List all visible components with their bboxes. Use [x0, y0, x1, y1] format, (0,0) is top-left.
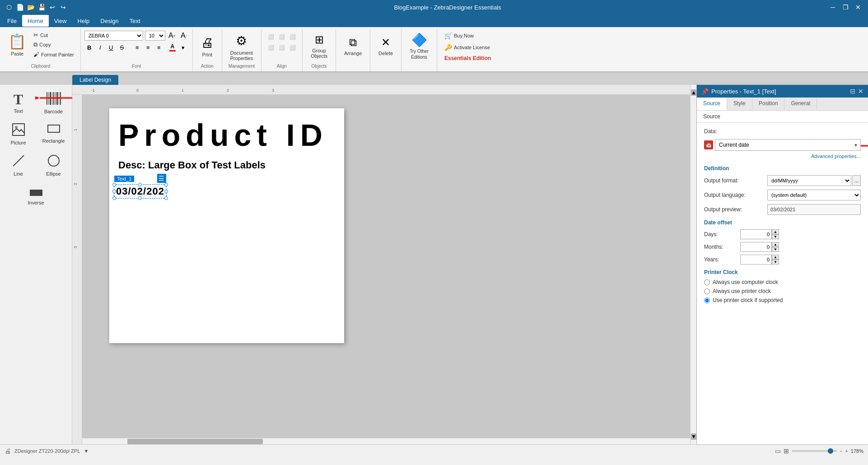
cut-button[interactable]: ✂ Cut [31, 31, 77, 39]
align-top-left-button[interactable]: ⬜ [266, 32, 276, 42]
view-single-icon[interactable]: ▭ [775, 447, 781, 455]
days-down-button[interactable]: ▼ [772, 234, 779, 239]
data-dropdown[interactable]: Current date [715, 139, 861, 151]
menu-design[interactable]: Design [95, 15, 124, 27]
align-mid-right-button[interactable]: ⬜ [288, 42, 298, 52]
subnav-source[interactable]: Source [703, 113, 720, 120]
years-down-button[interactable]: ▼ [772, 260, 779, 265]
restore-button[interactable]: ❐ [840, 2, 851, 13]
copy-button[interactable]: ⧉ Copy [31, 40, 77, 49]
inverse-tool[interactable]: Inverse [20, 183, 52, 208]
align-top-right-button[interactable]: ⬜ [288, 32, 298, 42]
align-center-button[interactable]: ≡ [143, 42, 153, 52]
save-icon[interactable]: 💾 [37, 3, 46, 12]
open-icon[interactable]: 📂 [26, 3, 35, 12]
menu-home[interactable]: Home [22, 15, 49, 27]
group-objects-button[interactable]: ⊞ GroupObjects [306, 31, 332, 61]
barcode-tool[interactable]: Barcode [38, 89, 70, 117]
radio-printer-clock-supported-input[interactable] [704, 298, 710, 303]
buy-now-button[interactable]: 🛒 Buy Now [441, 31, 477, 41]
align-mid-left-button[interactable]: ⬜ [266, 42, 276, 52]
tab-source[interactable]: Source [697, 98, 727, 110]
underline-button[interactable]: U [106, 42, 116, 52]
paste-button[interactable]: 📋 Paste [5, 31, 30, 59]
redo-icon[interactable]: ↪ [59, 3, 68, 12]
view-grid-icon[interactable]: ⊞ [784, 447, 789, 455]
text-object-menu[interactable]: ☰ [157, 174, 166, 183]
v-scroll-down[interactable]: ▼ [691, 433, 696, 440]
canvas-area[interactable]: -1 0 1 2 3 1 2 3 Product ID Desc: Lar [72, 85, 696, 444]
line-tool[interactable]: Line [3, 152, 34, 179]
strikethrough-button[interactable]: S [117, 42, 127, 52]
canvas-workspace[interactable]: Product ID Desc: Large Box of Test Label… [82, 95, 696, 444]
text-object-container[interactable]: Text_1 ☰ 03/02/202 [114, 184, 167, 199]
months-up-button[interactable]: ▲ [772, 242, 779, 247]
format-painter-button[interactable]: 🖌 Format Painter [31, 50, 77, 59]
font-size-select[interactable]: 10 [145, 31, 165, 41]
v-scrollbar[interactable]: ▲ ▼ [690, 85, 696, 444]
align-right-button[interactable]: ≡ [154, 42, 164, 52]
handle-tl[interactable] [112, 183, 116, 186]
radio-computer-clock-input[interactable] [704, 279, 710, 285]
months-input[interactable]: 0 [740, 242, 772, 252]
menu-file[interactable]: File [2, 15, 22, 27]
align-mid-center-button[interactable]: ⬜ [277, 42, 287, 52]
handle-br[interactable] [164, 196, 168, 200]
h-scrollbar[interactable] [82, 438, 696, 444]
picture-tool[interactable]: Picture [3, 121, 34, 148]
font-color-picker-button[interactable]: ▾ [178, 42, 188, 52]
v-scroll-up[interactable]: ▲ [691, 89, 696, 96]
years-input[interactable]: 0 [740, 255, 772, 265]
activate-license-button[interactable]: 🔑 Activate License [441, 42, 494, 52]
h-scroll-thumb[interactable] [127, 439, 263, 444]
tab-general[interactable]: General [784, 98, 817, 110]
text-tool[interactable]: T Text [3, 89, 34, 117]
radio-printer-clock-input[interactable] [704, 288, 710, 294]
zoom-plus-icon[interactable]: + [845, 448, 848, 454]
zoom-minus-icon[interactable]: − [840, 448, 842, 454]
output-format-edit-button[interactable]: ... [852, 175, 861, 186]
close-button[interactable]: ✕ [853, 2, 863, 13]
font-name-select[interactable]: ZEBRA 0 [84, 31, 143, 41]
bold-button[interactable]: B [84, 42, 94, 52]
new-icon[interactable]: 📄 [15, 3, 24, 12]
menu-help[interactable]: Help [72, 15, 95, 27]
output-format-select[interactable]: dd/MM/yyyy [767, 175, 851, 186]
document-properties-button[interactable]: ⚙ DocumentProperties [226, 31, 257, 64]
advanced-properties-link[interactable]: Advanced properties... [704, 153, 861, 159]
menu-text[interactable]: Text [124, 15, 146, 27]
align-top-center-button[interactable]: ⬜ [277, 32, 287, 42]
align-left-button[interactable]: ≡ [132, 42, 142, 52]
zoom-slider[interactable] [792, 450, 837, 452]
increase-font-button[interactable]: A+ [167, 31, 177, 41]
minimize-button[interactable]: ─ [827, 2, 838, 13]
tab-style[interactable]: Style [727, 98, 752, 110]
zoom-thumb[interactable] [828, 448, 833, 454]
handle-bm[interactable] [138, 196, 142, 200]
label-design-tab[interactable]: Label Design [72, 75, 118, 85]
font-color-button[interactable]: A [168, 42, 177, 52]
try-other-button[interactable]: 🔷 Try OtherEditions [405, 31, 433, 62]
days-up-button[interactable]: ▲ [772, 229, 779, 234]
decrease-font-button[interactable]: A- [179, 31, 189, 41]
delete-button[interactable]: ✕ Delete [374, 31, 397, 61]
tab-position[interactable]: Position [752, 98, 785, 110]
italic-button[interactable]: I [95, 42, 105, 52]
handle-lm[interactable] [112, 190, 116, 193]
rectangle-tool[interactable]: Rectangle [38, 121, 70, 148]
print-button[interactable]: 🖨 Print [196, 31, 218, 61]
arrange-button[interactable]: ⧉ Arrange [340, 31, 366, 61]
undo-icon[interactable]: ↩ [48, 3, 57, 12]
years-up-button[interactable]: ▲ [772, 255, 779, 260]
days-input[interactable]: 0 [740, 229, 772, 239]
ellipse-tool[interactable]: Ellipse [38, 152, 70, 179]
menu-view[interactable]: View [49, 15, 72, 27]
output-language-select[interactable]: (system default) [767, 190, 861, 200]
props-close-icon[interactable]: ✕ [858, 88, 863, 95]
props-pin-icon[interactable]: 📌 [701, 88, 709, 95]
handle-bl[interactable] [112, 196, 116, 200]
handle-rm[interactable] [164, 190, 168, 193]
printer-dropdown-icon[interactable]: ▼ [84, 448, 89, 454]
months-down-button[interactable]: ▼ [772, 247, 779, 252]
handle-tr[interactable] [164, 183, 168, 186]
